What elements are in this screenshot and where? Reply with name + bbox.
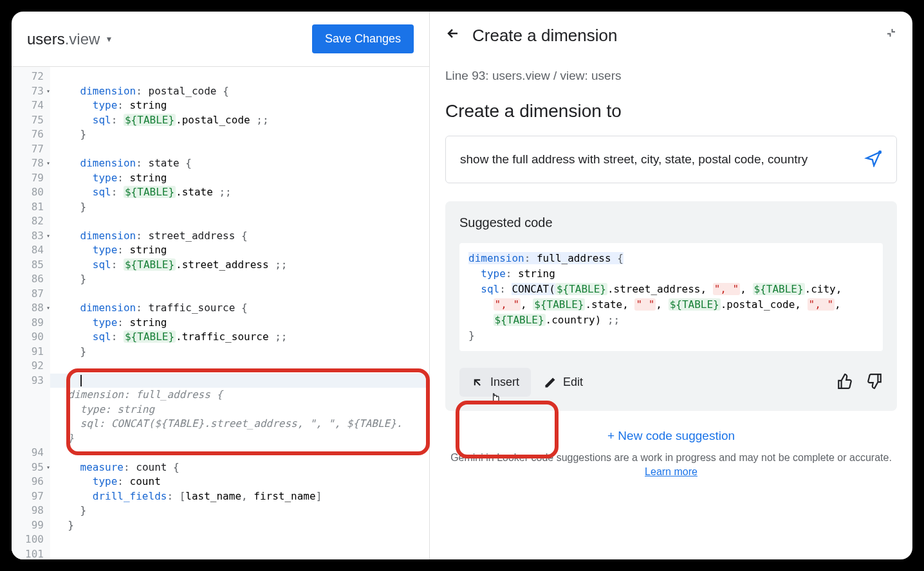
back-arrow-icon[interactable] (445, 26, 461, 46)
prompt-text[interactable]: show the full address with street, city,… (460, 152, 856, 167)
suggested-code-title: Suggested code (459, 215, 883, 230)
svg-point-0 (879, 151, 881, 153)
feedback-row (836, 373, 883, 392)
insert-button[interactable]: Insert (459, 368, 531, 397)
code-area[interactable]: dimension: postal_code { type: string sq… (50, 67, 429, 559)
suggested-code-panel: Suggested code dimension: full_address {… (445, 201, 897, 411)
edit-button[interactable]: Edit (544, 376, 583, 389)
filename-ext: .view (65, 30, 100, 48)
ai-panel: Create a dimension Line 93: users.view /… (430, 12, 912, 559)
suggested-code-block: dimension: full_address { type: string s… (459, 243, 883, 351)
insert-label: Insert (490, 376, 519, 389)
send-icon[interactable] (864, 149, 882, 170)
filename-base: users (27, 30, 65, 48)
app-window: users.view ▼ Save Changes 72737475767778… (12, 12, 912, 559)
save-changes-button[interactable]: Save Changes (312, 24, 414, 53)
disclaimer-text: Gemini in Looker code suggestions are a … (445, 451, 897, 479)
pencil-icon (544, 376, 557, 389)
code-editor[interactable]: 7273747576777879808182838485868788899091… (12, 66, 429, 559)
breadcrumb: Line 93: users.view / view: users (445, 69, 897, 83)
prompt-input-box[interactable]: show the full address with street, city,… (445, 136, 897, 183)
panel-title: Create a dimension (472, 26, 617, 46)
filename-dropdown[interactable]: users.view ▼ (27, 30, 113, 48)
editor-header: users.view ▼ Save Changes (12, 12, 429, 66)
line-gutter: 7273747576777879808182838485868788899091… (12, 67, 50, 559)
editor-pane: users.view ▼ Save Changes 72737475767778… (12, 12, 430, 559)
cursor-pointer-icon (489, 392, 502, 411)
thumbs-down-icon[interactable] (866, 373, 883, 392)
panel-header: Create a dimension (445, 12, 897, 60)
insert-arrow-icon (471, 376, 484, 389)
edit-label: Edit (563, 376, 583, 389)
new-suggestion-link[interactable]: + New code suggestion (445, 429, 897, 443)
learn-more-link[interactable]: Learn more (645, 466, 698, 477)
chevron-down-icon: ▼ (105, 35, 113, 44)
collapse-icon[interactable] (885, 27, 897, 41)
action-row: Insert Edit (459, 368, 883, 397)
prompt-heading: Create a dimension to (445, 101, 897, 122)
thumbs-up-icon[interactable] (836, 373, 853, 392)
